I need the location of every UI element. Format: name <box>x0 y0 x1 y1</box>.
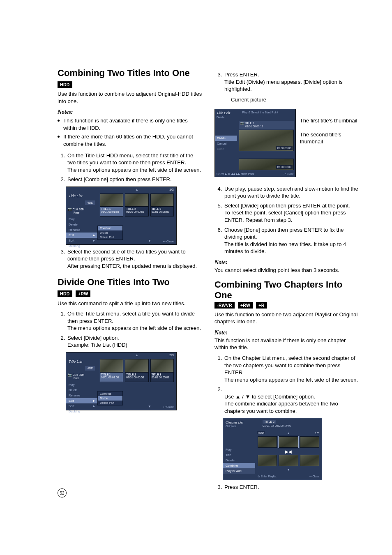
te-menu: Divide Cancel Done <box>215 136 237 152</box>
ss-menu-delete: Delete <box>66 387 97 393</box>
ss-hdd-tag: HDD <box>85 366 95 371</box>
ss-title-cell: TITLE 101/01 00:01:58 <box>100 207 123 216</box>
te-menu-divide: Divide <box>215 136 237 141</box>
badge-hdd: HDD <box>58 290 72 297</box>
ss-left-info-free: Free <box>74 211 79 214</box>
chapter-thumbnail <box>300 455 319 466</box>
down-triangle-icon: ▼ <box>245 394 250 400</box>
te-title-edit-label: Title Edit <box>217 111 230 115</box>
te-tag-2: #2 00:00:00 <box>276 165 292 169</box>
ss-menu-dubbing: Dubbing <box>66 409 97 414</box>
thumbnail <box>150 359 174 372</box>
right-column: Press ENTER. Title Edit (Divide) menu ap… <box>214 68 359 494</box>
badge-plus-rw: +RW <box>238 302 253 309</box>
ss-up-arrow-icon: ▲ <box>135 353 138 357</box>
divide-steps-continued: Press ENTER. Title Edit (Divide) menu ap… <box>214 71 359 93</box>
cl-page-indicator: 1/5 <box>315 431 319 435</box>
cl-chapter-list-label: Chapter List <box>226 421 243 424</box>
badge-plus-rw: +RW <box>76 290 90 297</box>
ss-menu-edit: Edit▸ <box>66 233 97 238</box>
te-menu-done: Done <box>215 146 237 152</box>
thumbnail <box>150 193 174 207</box>
second-thumb-annot: The second title's thumbnail <box>300 131 359 145</box>
chapter-thumbnail <box>258 455 277 466</box>
combine-titles-steps-2: Select the second title of the two title… <box>58 248 202 270</box>
ss-menu-delete: Delete <box>66 222 97 227</box>
ss-left-info-dur: 01H 30M <box>73 208 84 211</box>
combine-indicator-icon: ▶◀ <box>258 449 319 454</box>
screenshot-title-list-divide: Title List HDD ▲ 2/3 📷 01H 30M <box>66 352 177 410</box>
heading-combine-titles: Combining Two Titles Into One <box>58 68 202 78</box>
badge-rwvr: -RWVR <box>214 302 235 309</box>
ss-menu: Play Delete Rename Edit▸ Sort▸ Dubbing <box>66 382 97 410</box>
note-item: This function is not available if there … <box>58 117 202 131</box>
step-item: Press ENTER. Title Edit (Divide) menu ap… <box>224 71 359 93</box>
ss-up-arrow-icon: ▲ <box>135 188 138 191</box>
cl-up-arrow-icon: ▲ <box>287 431 290 435</box>
te-hint: Play & Select the Start Point <box>240 109 295 121</box>
ss-title-cell: TITLE 301/01 00:05:08 <box>150 372 174 382</box>
ss-left-info-free: Free <box>74 377 79 380</box>
divide-note-body: You cannot select dividing point less th… <box>214 267 359 274</box>
divide-steps-continued-2: Use play, pause step, search and slow-mo… <box>214 185 359 255</box>
screenshot-chapter-list: Chapter List Original TITLE 2 01/01 Sa 0… <box>223 418 322 480</box>
step-item: On the Title List menu, select a title y… <box>67 310 202 332</box>
ss-title-cell: TITLE 101/01 00:01:58 <box>100 372 123 382</box>
ss-close-label: ↩ Close <box>163 405 174 409</box>
cl-menu: Play Title Delete Combine Playlist Add <box>223 431 255 474</box>
ss-submenu-deletepart: Delete Part <box>98 401 122 405</box>
ss-page-indicator: 1/3 <box>169 188 174 191</box>
thumbnail <box>100 193 123 207</box>
ss-down-arrow-icon: ▼ <box>148 405 151 408</box>
left-column: Combining Two Titles Into One HDD Use th… <box>58 68 202 494</box>
ss-title-list-label: Title List <box>69 359 95 364</box>
page-number: 52 <box>58 488 67 497</box>
ss-menu-rename: Rename <box>66 393 97 398</box>
cl-original-label: Original <box>226 424 236 428</box>
ss-title-cell: TITLE 201/01 00:00:58 <box>125 207 148 216</box>
step-item: Choose [Done] option then press ENTER to… <box>224 226 359 255</box>
cl-hdd-badge: HDD <box>257 431 265 434</box>
ss-submenu-combine: Combine <box>98 391 122 396</box>
step-item: Use play, pause step, search and slow-mo… <box>224 185 359 200</box>
ss-menu-sort: Sort▸ <box>66 238 97 243</box>
ss-menu-edit: Edit▸ <box>66 398 97 403</box>
ss-down-arrow-icon: ▼ <box>148 239 151 243</box>
ss-title-cell: TITLE 301/01 00:05:08 <box>150 207 174 216</box>
thumbnail <box>125 359 148 372</box>
step-item: On the Chapter List menu, select the sec… <box>224 355 359 383</box>
ss-menu-rename: Rename <box>66 227 97 233</box>
cl-menu-title: Title <box>223 452 255 458</box>
te-info: 📷 TITLE 2 01/01 00:00:18 <box>239 121 294 129</box>
cl-menu-combine: Combine <box>223 463 255 468</box>
combine-titles-intro: Use this function to combine two adjacen… <box>58 90 202 105</box>
ss-menu-sort: Sort▸ <box>66 403 97 409</box>
combine-chapters-intro: Use this function to combine two adjacen… <box>214 311 359 325</box>
step-item: Select [Combine] option then press ENTER… <box>67 176 202 183</box>
first-thumb-annot: The first title's thumbnail <box>300 117 359 124</box>
cl-down-arrow-icon: ▼ <box>258 468 319 472</box>
ss-menu: Play Delete Rename Edit▸ Sort▸ Dubbing <box>66 216 97 244</box>
ss-submenu-deletepart: Delete Part <box>98 235 122 240</box>
title-edit-figure: Title Edit Divide Play & Select the Star… <box>214 106 359 180</box>
te-menu-cancel: Cancel <box>215 141 237 146</box>
ss-close-label: ↩ Close <box>163 240 174 243</box>
chapter-thumbnail <box>279 455 298 466</box>
ss-title-cell: TITLE 201/01 00:00:58 <box>125 372 148 382</box>
te-sub-label: Divide <box>217 116 224 119</box>
example-label: Example: Title List (HDD) <box>67 342 127 348</box>
te-second-thumbnail: #2 00:00:00 <box>239 159 294 170</box>
ss-hdd-tag: HDD <box>85 200 95 205</box>
ss-submenu-combine: Combine <box>98 226 122 230</box>
step-item: Select [Divide] option then press ENTER … <box>224 202 359 224</box>
ss-title-list-label: Title List <box>69 194 95 198</box>
note-label: Note: <box>214 259 359 266</box>
combine-titles-notes: This function is not available if there … <box>58 117 202 147</box>
step-item: Press ENTER. <box>224 484 359 491</box>
cl-info: TITLE 2 01/01 Sa 0:02:24 XVA <box>260 418 322 431</box>
step-item: Use ▲ / ▼ to select [Combine] option. Th… <box>224 386 359 415</box>
ss-left-info-dur: 01H 30M <box>73 373 84 376</box>
thumbnail <box>100 359 123 372</box>
heading-divide-title: Divide One Titles Into Two <box>58 277 202 287</box>
ss-left-info: 📷 01H 30M Free <box>66 207 97 216</box>
